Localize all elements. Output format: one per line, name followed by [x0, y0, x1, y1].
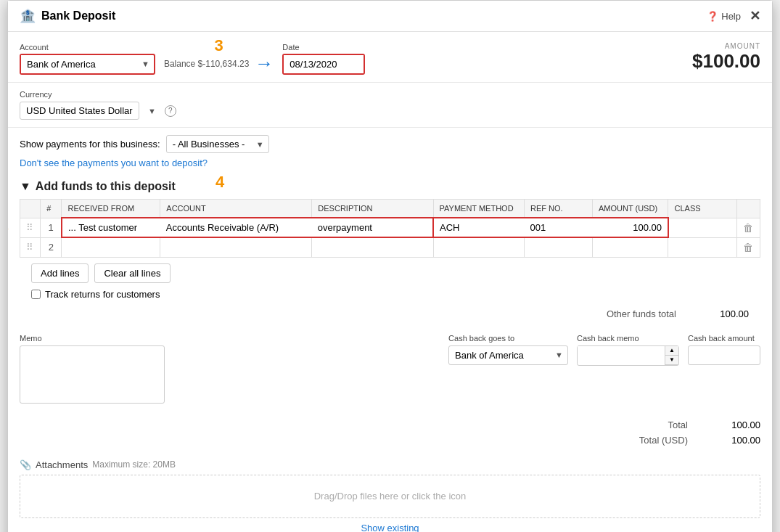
bottom-section: Memo Cash back goes to Bank of America ▼… — [8, 327, 772, 413]
funds-table-wrapper: # RECEIVED FROM ACCOUNT DESCRIPTION PAYM… — [20, 199, 760, 258]
help-button[interactable]: ❓ Help — [707, 11, 741, 22]
attachments-label: Attachments — [36, 459, 88, 470]
class-cell-2[interactable] — [668, 237, 736, 257]
step3-arrow-group: 3 Balance $-110,634.23 → — [164, 52, 274, 75]
account-cell-2[interactable] — [160, 237, 312, 257]
memo-stepper-down[interactable]: ▼ — [665, 356, 678, 365]
help-icon: ❓ — [707, 11, 718, 22]
modal-header-actions: ❓ Help ✕ — [707, 8, 760, 24]
business-dropdown-icon: ▼ — [252, 140, 268, 149]
amount-value: $100.00 — [692, 50, 760, 73]
account-select[interactable]: Bank of America — [21, 55, 137, 73]
class-cell-1[interactable] — [668, 218, 736, 237]
total-usd-value: 100.00 — [702, 435, 760, 446]
description-cell-2[interactable] — [312, 237, 433, 257]
cash-back-amount-label: Cash back amount — [688, 334, 760, 343]
th-payment-method: PAYMENT METHOD — [433, 200, 524, 218]
account-group: Account Bank of America ▼ — [20, 43, 155, 75]
add-funds-section: ▼ Add funds to this deposit 4 # RECEIVED… — [8, 176, 772, 327]
account-dropdown-icon: ▼ — [137, 56, 154, 72]
account-cell-1[interactable]: Accounts Receivable (A/R) — [160, 218, 312, 237]
account-select-wrapper: Bank of America ▼ — [20, 54, 155, 75]
row-number-2: 2 — [41, 237, 62, 257]
cash-back-memo-label: Cash back memo — [577, 334, 679, 343]
table-header: # RECEIVED FROM ACCOUNT DESCRIPTION PAYM… — [20, 200, 760, 218]
received-from-cell-2[interactable] — [62, 237, 160, 257]
top-section: Account Bank of America ▼ 3 Balance $-11… — [8, 32, 772, 83]
memo-stepper: ▲ ▼ — [665, 346, 678, 365]
track-returns-text: Track returns for customers — [45, 289, 160, 300]
cashback-section: Cash back goes to Bank of America ▼ Cash… — [448, 334, 760, 366]
add-lines-button[interactable]: Add lines — [31, 263, 89, 283]
th-drag — [20, 200, 41, 218]
modal-header: 🏦 Bank Deposit ❓ Help ✕ — [8, 1, 772, 32]
track-returns-row: Track returns for customers — [20, 289, 760, 306]
memo-label: Memo — [20, 334, 165, 343]
amount-label: AMOUNT — [692, 42, 760, 50]
delete-icon-1[interactable]: 🗑 — [743, 222, 753, 234]
received-from-cell-1[interactable]: ... Test customer — [62, 218, 160, 237]
th-description: DESCRIPTION — [312, 200, 433, 218]
drag-handle-cell: ⠿ — [20, 218, 41, 237]
cash-back-select[interactable]: Bank of America — [449, 346, 551, 364]
table-body: ⠿ 5 1 ... Test customer Accounts Receiva… — [20, 218, 760, 257]
attach-dropzone[interactable]: Drag/Drop files here or click the icon — [20, 475, 760, 518]
step4-badge: 4 — [215, 173, 224, 192]
delete-cell-1: 🗑 — [736, 218, 760, 237]
th-delete — [736, 200, 760, 218]
dont-see-link[interactable]: Don't see the payments you want to depos… — [20, 157, 760, 168]
business-section: Show payments for this business: - All B… — [8, 128, 772, 176]
currency-section: Currency USD United States Dollar ▼ ? — [8, 83, 772, 128]
modal-title-group: 🏦 Bank Deposit — [20, 8, 115, 24]
currency-info-icon[interactable]: ? — [165, 105, 176, 117]
table-row: ⠿ 5 1 ... Test customer Accounts Receiva… — [20, 218, 760, 237]
payment-method-cell-1[interactable]: ACH — [433, 218, 524, 237]
cash-back-select-wrapper: Bank of America ▼ — [448, 345, 568, 365]
cash-back-memo-input[interactable] — [578, 346, 665, 364]
date-input[interactable] — [284, 55, 364, 73]
currency-select[interactable]: USD United States Dollar — [20, 102, 139, 120]
ref-no-cell-2[interactable] — [524, 237, 592, 257]
amount-cell-1[interactable]: 100.00 — [592, 218, 668, 237]
cash-back-amount-input[interactable] — [688, 345, 760, 365]
table-actions: Add lines Clear all lines — [20, 258, 760, 289]
description-cell-1[interactable]: overpayment — [312, 218, 433, 237]
attach-max-size: Maximum size: 20MB — [92, 459, 176, 470]
step5-badge: 5 — [8, 218, 9, 237]
business-select-wrapper: - All Businesses - ▼ — [166, 135, 269, 153]
add-funds-header[interactable]: ▼ Add funds to this deposit 4 — [20, 180, 760, 193]
th-account: ACCOUNT — [160, 200, 312, 218]
track-returns-label[interactable]: Track returns for customers — [31, 289, 749, 300]
arrow-right-icon: → — [255, 52, 274, 75]
currency-label: Currency — [20, 90, 760, 99]
step3-badge: 3 — [214, 36, 223, 55]
delete-cell-2: 🗑 — [736, 237, 760, 257]
total-value: 100.00 — [702, 420, 760, 430]
total-usd-row: Total (USD) 100.00 — [639, 433, 760, 448]
track-returns-checkbox[interactable] — [31, 290, 41, 299]
business-label: Show payments for this business: — [20, 139, 160, 150]
memo-textarea[interactable] — [20, 345, 165, 404]
memo-stepper-up[interactable]: ▲ — [665, 346, 678, 356]
th-received: RECEIVED FROM — [62, 200, 160, 218]
amount-section: AMOUNT $100.00 — [692, 42, 760, 73]
close-button[interactable]: ✕ — [750, 8, 760, 24]
other-funds-label: Other funds total — [607, 308, 676, 319]
drag-handle-icon: ⠿ — [26, 222, 33, 233]
clear-all-button[interactable]: Clear all lines — [94, 263, 170, 283]
paperclip-icon: 📎 — [20, 459, 31, 470]
ref-no-cell-1[interactable]: 001 — [524, 218, 592, 237]
th-num: # — [41, 200, 62, 218]
delete-icon-2[interactable]: 🗑 — [743, 242, 753, 253]
show-existing-link[interactable]: Show existing — [20, 523, 760, 533]
balance-text: Balance $-110,634.23 — [164, 59, 249, 69]
total-row: Total 100.00 — [668, 417, 760, 433]
total-label: Total — [668, 420, 688, 430]
attachments-section: 📎 Attachments Maximum size: 20MB Drag/Dr… — [8, 452, 772, 533]
business-select[interactable]: - All Businesses - — [167, 136, 252, 152]
cashback-dropdown-icon: ▼ — [551, 351, 567, 359]
payment-method-cell-2[interactable] — [433, 237, 524, 257]
row-number-1: 5 1 — [41, 218, 62, 237]
business-row: Show payments for this business: - All B… — [20, 135, 760, 153]
amount-cell-2[interactable] — [592, 237, 668, 257]
